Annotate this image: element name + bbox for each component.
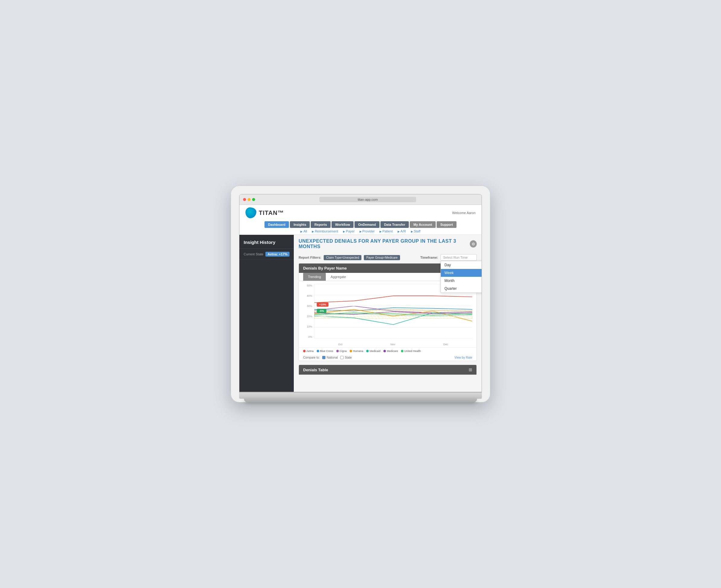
legend-dot-humana (350, 350, 352, 352)
legend-row: Aetna Blue Cross Cigna (299, 348, 476, 354)
nav-myaccount[interactable]: My Account (410, 221, 436, 228)
content-area: UNEXPECTED DENIALS FOR ANY PAYER GROUP I… (294, 235, 481, 392)
timeframe-dropdown: Day Week Month Quarter (440, 261, 481, 293)
nav-workflow[interactable]: Workflow (331, 221, 354, 228)
app-header: TITAN™ Welcome Aaron Dashboard Insights … (240, 205, 481, 235)
header-top: TITAN™ Welcome Aaron (245, 205, 476, 219)
y-label-30: 30% (307, 304, 312, 308)
settings-icon[interactable]: ⚙ (470, 240, 477, 248)
dropdown-option-week[interactable]: Week (441, 269, 481, 277)
timeframe-row: Timeframe: Select Run Time Day Week Mont… (420, 254, 477, 261)
legend-medicare: Medicare (384, 350, 398, 353)
subnav-patient[interactable]: Patient (379, 229, 393, 233)
subnav-provider[interactable]: Provider (359, 229, 375, 233)
checkbox-national[interactable] (322, 356, 326, 359)
legend-dot-aetna (303, 350, 306, 352)
timeframe-select-wrapper: Select Run Time Day Week Month Quarter D… (440, 254, 477, 261)
nav-bar: Dashboard Insights Reports Workflow OnDe… (245, 219, 476, 228)
sidebar-item-label: Current State (244, 252, 263, 256)
compare-state[interactable]: State (340, 356, 352, 359)
timeframe-select[interactable]: Select Run Time Day Week Month Quarter (440, 254, 477, 261)
legend-label-medicare: Medicare (387, 350, 398, 353)
nav-ondemand[interactable]: OnDemand (354, 221, 379, 228)
dropdown-option-month[interactable]: Month (441, 277, 481, 285)
hatched-band (314, 310, 472, 319)
dropdown-option-quarter[interactable]: Quarter (441, 285, 481, 293)
legend-label-cigna: Cigna (340, 350, 347, 353)
traffic-light-red[interactable] (243, 198, 246, 201)
checkbox-state[interactable] (340, 356, 344, 359)
nav-dashboard[interactable]: Dashboard (265, 221, 289, 228)
sidebar-item-current-state[interactable]: Current State Aetna: +17% (240, 249, 294, 260)
page-title: UNEXPECTED DENIALS FOR ANY PAYER GROUP I… (298, 238, 470, 249)
subnav-payer[interactable]: Payer (343, 229, 354, 233)
trend-badge-negative: -5% (317, 309, 326, 313)
table-resize-icon[interactable]: ⊞ (469, 368, 472, 372)
address-bar[interactable]: titan-app.com (320, 197, 416, 202)
tab-aggregate[interactable]: Aggregate (326, 273, 351, 281)
nav-support[interactable]: Support (437, 221, 456, 228)
logo-area: TITAN™ (245, 207, 284, 218)
x-label-oct: Oct (338, 343, 343, 346)
legend-humana: Humana (350, 350, 363, 353)
legend-dot-medicaid (366, 350, 369, 352)
timeframe-label: Timeframe: (420, 256, 438, 259)
compare-state-label: State (345, 356, 352, 359)
welcome-text: Welcome Aaron (452, 211, 476, 215)
logo-icon (245, 207, 256, 218)
subnav-staff[interactable]: Staff (411, 229, 420, 233)
browser-chrome: titan-app.com (240, 194, 481, 205)
legend-unitedhealth: United Health (401, 350, 421, 353)
y-label-20: 20% (307, 315, 312, 318)
main-content: Insight History Current State Aetna: +17… (240, 235, 481, 392)
legend-dot-medicare (384, 350, 386, 352)
dropdown-option-day[interactable]: Day (441, 261, 481, 269)
view-by-rate-link[interactable]: View by Rate (454, 356, 472, 359)
denials-table-title: Denials Table (303, 368, 328, 372)
denials-table-header: Denials Table ⊞ (299, 365, 476, 375)
legend-dot-cigna (336, 350, 339, 352)
compare-left: Compare to: National State (303, 356, 352, 359)
legend-label-bluecross: Blue Cross (320, 350, 333, 353)
chart-y-axis: 50% 40% 30% 20% 10% 0% (303, 284, 312, 338)
compare-label: Compare to: (303, 356, 320, 359)
legend-dot-bluecross (317, 350, 319, 352)
laptop-base (239, 392, 482, 399)
filter-tag-payer-group[interactable]: Payer Group=Medicare (364, 255, 400, 260)
x-label-dec: Dec (443, 343, 448, 346)
filters-row: Report Filters: Claim Type=Unexpected Pa… (294, 253, 481, 263)
traffic-light-yellow[interactable] (248, 198, 251, 201)
legend-label-humana: Humana (353, 350, 363, 353)
sub-nav: All Reimbursement Payer Provider Patient… (245, 228, 476, 234)
compare-national-label: National (327, 356, 338, 359)
tab-trending[interactable]: Trending (303, 273, 326, 281)
y-label-40: 40% (307, 294, 312, 297)
subnav-ar[interactable]: A/R (398, 229, 406, 233)
subnav-all[interactable]: All (301, 229, 307, 233)
denials-table-section: Denials Table ⊞ (298, 365, 477, 375)
nav-reports[interactable]: Reports (311, 221, 331, 228)
logo-text: TITAN™ (259, 209, 284, 216)
legend-aetna: Aetna (303, 350, 314, 353)
x-labels: Oct Nov Dec (314, 343, 472, 346)
legend-label-aetna: Aetna (306, 350, 314, 353)
y-label-50: 50% (307, 284, 312, 287)
traffic-lights (243, 198, 255, 201)
app-container: TITAN™ Welcome Aaron Dashboard Insights … (240, 205, 481, 392)
page-title-bar: UNEXPECTED DENIALS FOR ANY PAYER GROUP I… (294, 235, 481, 253)
trend-badge-positive: +10% (317, 302, 329, 307)
compare-row: Compare to: National State Vi (299, 354, 476, 361)
legend-cigna: Cigna (336, 350, 347, 353)
sidebar-title: Insight History (240, 235, 294, 249)
sidebar-item-badge: Aetna: +17% (265, 252, 290, 256)
legend-dot-unitedhealth (401, 350, 404, 352)
traffic-light-green[interactable] (252, 198, 255, 201)
filter-tag-claim-type[interactable]: Claim Type=Unexpected (324, 255, 362, 260)
nav-datatransfer[interactable]: Data Transfer (380, 221, 409, 228)
nav-insights[interactable]: Insights (290, 221, 310, 228)
x-label-nov: Nov (390, 343, 395, 346)
legend-bluecross: Blue Cross (317, 350, 333, 353)
subnav-reimbursement[interactable]: Reimbursement (312, 229, 338, 233)
y-label-0: 0% (308, 335, 312, 338)
compare-national[interactable]: National (322, 356, 338, 359)
